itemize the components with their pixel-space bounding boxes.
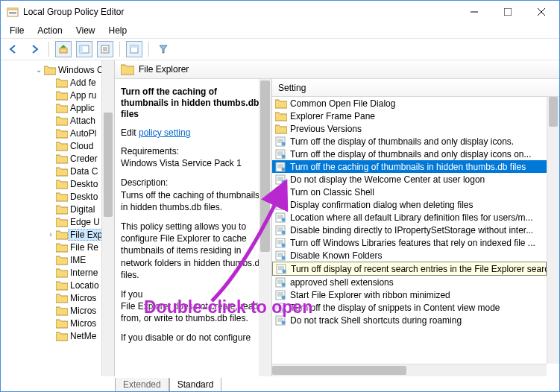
tree-item[interactable]: IME xyxy=(1,253,114,266)
show-hide-tree-button[interactable] xyxy=(76,41,92,57)
list-item[interactable]: Turn off display of recent search entrie… xyxy=(272,262,547,276)
svg-point-31 xyxy=(282,167,286,171)
list-column-header[interactable]: Setting xyxy=(272,79,559,97)
list-vertical-scrollbar[interactable] xyxy=(547,97,559,364)
tree-item-label: Deskto xyxy=(68,179,98,189)
list-item[interactable]: Turn off the display of snippets in Cont… xyxy=(272,301,547,314)
tree-item[interactable]: Micros xyxy=(1,317,114,329)
list-item-label: Turn on Classic Shell xyxy=(290,187,374,197)
list-item[interactable]: Location where all default Library defin… xyxy=(272,211,547,224)
svg-point-91 xyxy=(282,320,286,324)
edit-policy-link[interactable]: policy setting xyxy=(139,127,190,138)
maximize-button[interactable] xyxy=(491,1,524,23)
close-button[interactable] xyxy=(524,1,558,23)
tree-root-label[interactable]: Windows C xyxy=(56,65,104,75)
tree-item[interactable]: Micros xyxy=(1,304,114,317)
export-list-button[interactable] xyxy=(97,41,113,57)
tab-extended[interactable]: Extended xyxy=(115,378,169,392)
tree-item[interactable]: Interne xyxy=(1,266,114,279)
list-item[interactable]: Common Open File Dialog xyxy=(272,97,547,110)
tree-scrollbar[interactable] xyxy=(101,60,114,376)
description-para2: This policy setting allows you to config… xyxy=(121,221,265,281)
up-button[interactable] xyxy=(55,41,72,57)
folder-icon xyxy=(56,242,68,253)
minimize-button[interactable] xyxy=(457,1,491,23)
menu-view[interactable]: View xyxy=(70,24,101,37)
list-item-label: Turn off the display of thumbnails and o… xyxy=(290,136,514,147)
list-item-label: Previous Versions xyxy=(290,124,362,134)
folder-icon xyxy=(56,141,68,151)
list-item-label: Turn off the caching of thumbnails in hi… xyxy=(290,162,526,172)
tree-item[interactable]: Attach xyxy=(1,114,114,127)
expand-icon[interactable]: › xyxy=(45,230,56,238)
collapse-icon[interactable]: ⌄ xyxy=(34,66,44,74)
description-label: Description: xyxy=(121,177,265,189)
toolbar-separator xyxy=(148,42,149,57)
list-item[interactable]: Explorer Frame Pane xyxy=(272,110,547,122)
tree-item-label: Interne xyxy=(68,268,98,278)
list-item[interactable]: Previous Versions xyxy=(272,122,547,135)
svg-point-56 xyxy=(282,230,286,234)
tree-item[interactable]: Cloud xyxy=(1,139,114,152)
tree-item[interactable]: Add fe xyxy=(1,76,114,89)
filter-button[interactable] xyxy=(155,41,172,57)
forward-button[interactable] xyxy=(26,41,43,57)
menu-file[interactable]: File xyxy=(4,24,30,37)
list-item[interactable]: Turn off the display of thumbnails and o… xyxy=(272,135,547,148)
list-item-label: Do not display the Welcome Center at use… xyxy=(290,174,485,185)
tree-item[interactable]: Digital xyxy=(1,203,114,215)
svg-rect-5 xyxy=(504,8,512,16)
list-item[interactable]: approved shell extensions xyxy=(272,276,547,288)
tree-item-label: Data C xyxy=(68,166,98,177)
svg-rect-3 xyxy=(9,13,16,14)
back-button[interactable] xyxy=(5,41,22,57)
tab-standard[interactable]: Standard xyxy=(169,378,222,392)
folder-icon xyxy=(56,166,68,177)
description-para3: File Explorer does not create, read from… xyxy=(121,300,265,324)
folder-icon xyxy=(121,63,134,75)
description-scrollbar[interactable] xyxy=(259,79,271,376)
tree-item[interactable]: Edge U xyxy=(1,215,114,228)
list-item-label: Explorer Frame Pane xyxy=(290,111,375,121)
list-item[interactable]: Turn off the caching of thumbnails in hi… xyxy=(272,160,547,173)
tree-item[interactable]: App ru xyxy=(1,89,114,101)
tree-item[interactable]: Deskto xyxy=(1,190,114,203)
tree-item[interactable]: Deskto xyxy=(1,177,114,190)
tree-item[interactable]: Data C xyxy=(1,165,114,177)
svg-point-81 xyxy=(282,295,286,299)
list-item[interactable]: Do not display the Welcome Center at use… xyxy=(272,173,547,186)
tree-item[interactable]: Applic xyxy=(1,101,114,114)
folder-icon xyxy=(56,306,68,316)
svg-point-46 xyxy=(282,205,286,209)
setting-icon xyxy=(275,200,287,210)
folder-icon xyxy=(56,230,68,240)
tree-item[interactable]: Locatio xyxy=(1,279,114,291)
properties-button[interactable] xyxy=(126,41,142,57)
svg-point-36 xyxy=(282,180,286,183)
menu-help[interactable]: Help xyxy=(103,24,133,37)
tree-item[interactable]: ›File Exp xyxy=(1,228,114,241)
svg-point-61 xyxy=(282,243,286,247)
tree-item[interactable]: Creder xyxy=(1,152,114,165)
list-item[interactable]: Turn off Windows Libraries features that… xyxy=(272,236,547,249)
menu-action[interactable]: Action xyxy=(31,24,68,37)
tree-item-label: Micros xyxy=(68,293,96,303)
list-item[interactable]: Display confirmation dialog when deletin… xyxy=(272,198,547,211)
tree-item-label: Digital xyxy=(68,204,95,215)
tree-item[interactable]: File Re xyxy=(1,241,114,253)
tree-item[interactable]: AutoPl xyxy=(1,127,114,139)
list-item[interactable]: Turn off the display of thumbnails and o… xyxy=(272,148,547,160)
tree-item-label: Attach xyxy=(68,116,95,126)
list-item[interactable]: Start File Explorer with ribbon minimize… xyxy=(272,288,547,301)
list-item[interactable]: Turn on Classic Shell xyxy=(272,186,547,198)
list-horizontal-scrollbar[interactable] xyxy=(272,364,547,376)
tree-pane[interactable]: ⌄ Windows C Add feApp ruApplicAttachAuto… xyxy=(1,60,115,376)
setting-icon xyxy=(275,225,287,235)
list-item[interactable]: Disable binding directly to IPropertySet… xyxy=(272,224,547,236)
tree-item[interactable]: Micros xyxy=(1,291,114,304)
setting-icon xyxy=(275,187,287,197)
svg-rect-8 xyxy=(60,48,67,53)
list-item[interactable]: Disable Known Folders xyxy=(272,249,547,262)
list-item[interactable]: Do not track Shell shortcuts during roam… xyxy=(272,314,547,326)
tree-item[interactable]: NetMe xyxy=(1,329,114,342)
